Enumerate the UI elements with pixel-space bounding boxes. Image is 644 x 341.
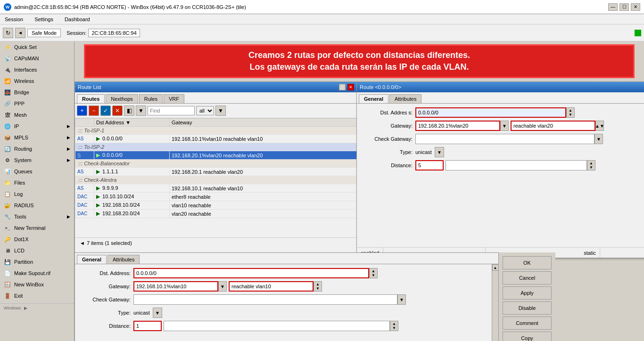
sidebar-item-log[interactable]: 📋 Log xyxy=(0,188,74,200)
tab-detail-general[interactable]: General xyxy=(359,94,388,103)
sidebar-item-capsman[interactable]: 📡 CAPsMAN xyxy=(0,53,74,64)
filter-button[interactable]: ▼ xyxy=(136,106,146,116)
menu-settings[interactable]: Settings xyxy=(32,16,56,23)
sidebar-item-bridge[interactable]: 🌉 Bridge xyxy=(0,87,74,98)
sidebar-item-radius[interactable]: 🔐 RADIUS xyxy=(0,200,74,211)
sidebar-item-mpls[interactable]: 📦 MPLS ▶ xyxy=(0,132,74,143)
table-row[interactable]: S ▶ 0.0.0.0/0 192.168.20.1%vlan20 reacha… xyxy=(75,151,357,160)
disable-button[interactable]: Disable xyxy=(503,301,552,315)
table-row[interactable]: AS ▶ 1.1.1.1 192.168.20.1 reachable vlan… xyxy=(75,168,357,176)
tab-bottom-attributes[interactable]: Attributes xyxy=(107,255,140,264)
back-button[interactable]: ◄ xyxy=(15,28,25,38)
sidebar-item-partition[interactable]: 💾 Partition xyxy=(0,256,74,268)
dst-address-updown[interactable]: ▲▼ xyxy=(566,107,575,118)
route-list-close[interactable]: ✕ xyxy=(347,84,354,90)
sidebar-item-tools[interactable]: 🔧 Tools ▶ xyxy=(0,211,74,222)
table-row[interactable]: AS ▶ 0.0.0.0/0 192.168.10.1%vlan10 reach… xyxy=(75,135,357,143)
gateway-status-dropdown[interactable]: ▲▼ xyxy=(595,121,604,131)
copy-button[interactable]: Copy xyxy=(503,332,552,341)
bottom-dst-updown[interactable]: ▲▼ xyxy=(369,268,378,278)
tab-rules[interactable]: Rules xyxy=(139,94,163,103)
copy-route-button[interactable]: ◧ xyxy=(124,106,134,116)
sidebar-item-ip[interactable]: 🌐 IP ▶ xyxy=(0,121,74,132)
gateway-status-input[interactable] xyxy=(511,121,595,131)
ok-button[interactable]: OK xyxy=(503,256,552,269)
safe-mode-label[interactable]: Safe Mode xyxy=(27,29,61,37)
table-row[interactable]: DAC ▶ 10.10.10.0/24 ether8 reachable xyxy=(75,193,357,201)
add-route-button[interactable]: + xyxy=(77,106,87,116)
gateway-dropdown[interactable]: ▼ xyxy=(500,121,509,131)
cancel-button[interactable]: Cancel xyxy=(503,271,552,284)
distance-extra-input[interactable] xyxy=(446,160,587,170)
sidebar-windows-arrow: ▶ xyxy=(24,306,27,310)
sidebar-item-new-winbox[interactable]: 🪟 New WinBox xyxy=(0,279,74,290)
bottom-gateway-input[interactable] xyxy=(133,281,218,292)
sidebar-item-quick-set[interactable]: ⚡ Quick Set xyxy=(0,41,74,53)
sidebar-item-interfaces[interactable]: 🔌 Interfaces xyxy=(0,64,74,75)
bottom-type-dropdown[interactable]: ▼ xyxy=(153,308,162,318)
sidebar-item-queues[interactable]: 📊 Queues xyxy=(0,166,74,177)
find-input[interactable] xyxy=(148,106,195,115)
bottom-distance-row: Distance: ▲▼ xyxy=(79,321,488,331)
enable-route-button[interactable]: ✓ xyxy=(100,106,111,116)
sidebar-item-exit[interactable]: 🚪 Exit xyxy=(0,290,74,301)
bottom-check-gw-input[interactable] xyxy=(133,294,397,305)
sidebar-item-new-terminal[interactable]: >_ New Terminal xyxy=(0,222,74,234)
sidebar-item-wireless[interactable]: 📶 Wireless xyxy=(0,75,74,87)
sidebar-item-routing[interactable]: 🔄 Routing ▶ xyxy=(0,143,74,154)
tab-nexthops[interactable]: Nexthops xyxy=(106,94,138,103)
distance-updown[interactable]: ▲▼ xyxy=(587,160,595,170)
nav-left[interactable]: ◄ xyxy=(78,240,87,246)
type-dropdown[interactable]: ▼ xyxy=(435,147,444,157)
bottom-gateway-label: Gateway: xyxy=(79,284,131,289)
bottom-gateway-updown[interactable]: ▲▼ xyxy=(314,281,322,292)
bottom-check-gw-dropdown[interactable]: ▼ xyxy=(397,294,406,305)
menu-dashboard[interactable]: Dashboard xyxy=(62,16,93,23)
close-button[interactable]: ✕ xyxy=(631,3,640,11)
filter-select[interactable]: all xyxy=(196,106,214,115)
table-row[interactable]: AS ▶ 9.9.9.9 192.168.10.1 reachable vlan… xyxy=(75,184,357,193)
menu-session[interactable]: Session xyxy=(2,16,26,23)
apply-button[interactable]: Apply xyxy=(503,286,552,300)
refresh-button[interactable]: ↻ xyxy=(3,28,13,38)
tab-routes[interactable]: Routes xyxy=(77,94,105,103)
sidebar-item-files[interactable]: 📁 Files xyxy=(0,177,74,188)
comment-button[interactable]: Comment xyxy=(503,317,552,330)
sidebar-item-mesh[interactable]: 🕸 Mesh xyxy=(0,109,74,121)
app-icon: W xyxy=(4,3,11,11)
check-gateway-dropdown[interactable]: ▼ xyxy=(594,134,603,144)
col-type[interactable] xyxy=(75,119,94,127)
annotation-line1: Creamos 2 rutas por defecto con distanci… xyxy=(91,49,627,61)
sidebar-item-dot1x[interactable]: 🔑 Dot1X xyxy=(0,234,74,245)
check-gateway-input[interactable] xyxy=(415,134,594,144)
disable-route-button[interactable]: ✕ xyxy=(112,106,123,116)
dst-address-input[interactable] xyxy=(415,107,566,118)
table-row[interactable]: DAC ▶ 192.168.20.0/24 vlan20 reachable xyxy=(75,210,357,218)
col-gateway[interactable]: Gateway xyxy=(170,119,357,127)
delete-route-button[interactable]: − xyxy=(89,106,99,116)
gateway-input[interactable] xyxy=(415,121,500,131)
sidebar-item-system[interactable]: ⚙ System ▶ xyxy=(0,154,74,166)
bottom-gateway-status-input[interactable] xyxy=(229,281,314,292)
bottom-dst-input[interactable] xyxy=(133,268,369,278)
route-list-maximize[interactable]: □ xyxy=(339,84,346,90)
minimize-button[interactable]: — xyxy=(608,3,618,11)
bottom-distance-input[interactable] xyxy=(133,321,162,331)
table-row[interactable]: DAC ▶ 192.168.10.0/24 vlan10 reachable xyxy=(75,201,357,210)
sidebar-item-lcd[interactable]: 🖥 LCD xyxy=(0,245,74,256)
bottom-gateway-dropdown[interactable]: ▼ xyxy=(218,281,227,292)
route-detail-form: Dst. Addres s: ▲▼ Gateway: ▼ ▲▼ xyxy=(357,104,644,242)
bottom-scroll-up[interactable]: ▲ xyxy=(492,264,499,271)
maximize-button[interactable]: ☐ xyxy=(619,3,629,11)
distance-input[interactable] xyxy=(415,160,444,170)
tab-bottom-general[interactable]: General xyxy=(77,255,107,264)
sidebar-item-make-supout[interactable]: 📄 Make Supout.rif xyxy=(0,268,74,279)
tab-vrf[interactable]: VRF xyxy=(164,94,184,103)
col-dst[interactable]: Dst Address ▼ xyxy=(94,119,170,127)
filter-dropdown-btn[interactable]: ▼ xyxy=(215,106,226,116)
bottom-distance-updown[interactable]: ▲▼ xyxy=(390,321,398,331)
bottom-distance-extra-input[interactable] xyxy=(164,321,390,331)
sidebar-item-ppp[interactable]: 🔗 PPP xyxy=(0,98,74,109)
bottom-type-value: unicast xyxy=(133,310,150,316)
tab-detail-attributes[interactable]: Attributes xyxy=(389,94,421,103)
